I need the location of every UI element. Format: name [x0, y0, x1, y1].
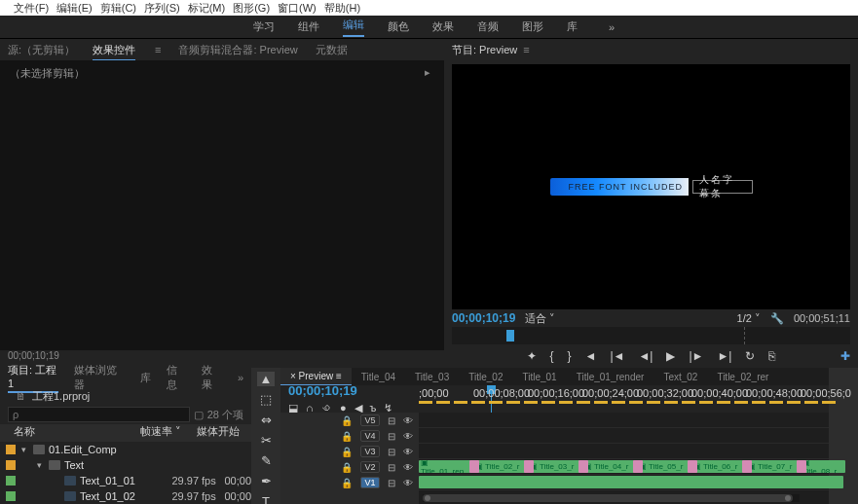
tool-button[interactable]: ✂ — [257, 433, 275, 448]
sequence-tab[interactable]: Title_01_render — [567, 368, 654, 385]
workspace-tab[interactable]: 库 — [567, 19, 578, 34]
transport-controls[interactable]: ✦{}◄|◄◄|▶|►►|↻⎘✚ — [444, 344, 858, 368]
source-panel-tab[interactable]: 元数据 — [316, 43, 348, 57]
track-id[interactable]: V3 — [360, 446, 380, 457]
tool-button[interactable]: T — [257, 494, 275, 504]
resolution-dropdown[interactable]: 1/2 ˅ — [737, 312, 761, 325]
transition-clip[interactable] — [469, 460, 479, 473]
video-clip[interactable]: ▣ Title_08_r — [801, 460, 845, 473]
source-panel-tab[interactable]: 源:（无剪辑） — [8, 43, 75, 57]
more-icon[interactable]: » — [609, 21, 615, 33]
transport-button[interactable]: ►| — [717, 349, 731, 363]
time-ruler[interactable]: ;00;0000;00;08;0000;00;16;0000;00;24;000… — [419, 385, 829, 413]
sequence-tab[interactable]: Title_01 — [512, 368, 566, 385]
eye-icon[interactable]: 👁 — [403, 447, 413, 457]
wrench-icon[interactable]: 🔧 — [770, 312, 784, 325]
track-lanes[interactable]: ▣ Title_01_ren▣ Title_02_r▣ Title_03_r▣ … — [419, 413, 829, 504]
track-lane[interactable] — [419, 428, 829, 444]
transport-button[interactable]: } — [568, 349, 572, 363]
track-lane[interactable] — [419, 413, 829, 428]
transition-clip[interactable] — [633, 460, 643, 473]
workspace-tab[interactable]: 学习 — [253, 19, 275, 34]
tool-button[interactable]: ⇔ — [257, 413, 275, 427]
track-header[interactable]: 🔒V4⊟👁 — [280, 428, 419, 444]
workspace-tabs[interactable]: 学习组件编辑颜色效果音频图形库» — [0, 16, 858, 39]
disclosure-triangle-icon[interactable]: ▾ — [37, 460, 47, 470]
source-tabs[interactable]: 源:（无剪辑）效果控件≡音频剪辑混合器: Preview元数据 — [0, 39, 444, 60]
lock-icon[interactable]: 🔒 — [341, 478, 353, 488]
sequence-tab[interactable]: Title_02 — [459, 368, 512, 385]
transition-clip[interactable] — [578, 460, 588, 473]
project-tree[interactable]: ▾01.Edit_Comp▾TextText_01_0129.97 fps00;… — [0, 442, 251, 504]
track-id[interactable]: V5 — [360, 414, 380, 426]
eye-icon[interactable]: 👁 — [403, 462, 413, 473]
workspace-tab[interactable]: 图形 — [522, 19, 543, 34]
transport-button[interactable]: |◄ — [610, 349, 624, 363]
back-icon[interactable]: 🗎 — [16, 390, 26, 402]
transport-button[interactable]: ⎘ — [768, 349, 775, 363]
tree-row[interactable]: ▾01.Edit_Comp — [0, 442, 251, 457]
program-timecode[interactable]: 00;00;10;19 — [452, 311, 515, 325]
track-header[interactable]: 🔒V5⊟👁 — [280, 413, 419, 428]
col-name[interactable]: 名称 — [14, 424, 140, 442]
project-columns-header[interactable]: 名称 帧速率 ˅ 媒体开始 — [0, 424, 251, 442]
video-clip[interactable]: ▣ Title_05_r — [637, 460, 690, 473]
program-scrub-bar[interactable] — [452, 327, 850, 344]
more-icon[interactable]: » — [238, 372, 243, 383]
transport-button[interactable]: ↻ — [745, 349, 755, 363]
video-clip[interactable]: ▣ Title_01_ren — [419, 460, 471, 473]
lock-icon[interactable]: 🔒 — [341, 462, 353, 473]
transition-clip[interactable] — [797, 460, 806, 473]
workspace-tab[interactable]: 效果 — [432, 19, 454, 34]
tool-button[interactable]: ✒ — [257, 474, 275, 488]
video-clip[interactable]: ▣ Title_04_r — [582, 460, 635, 473]
lock-icon[interactable]: 🔒 — [341, 447, 353, 457]
project-search-input[interactable] — [8, 407, 190, 422]
video-clip[interactable]: ▣ Title_02_r — [473, 460, 526, 473]
transport-button[interactable]: ◄ — [585, 349, 597, 363]
hamburger-icon[interactable]: ≡ — [523, 44, 529, 55]
col-start[interactable]: 媒体开始 — [197, 424, 251, 442]
track-lane[interactable] — [419, 444, 829, 459]
track-header[interactable]: 🔒V2⊟👁 — [280, 459, 419, 475]
disclosure-triangle-icon[interactable]: ▾ — [21, 445, 31, 454]
transition-clip[interactable] — [742, 460, 752, 473]
eye-icon[interactable]: 👁 — [403, 415, 413, 426]
menu-item[interactable]: 文件(F) — [10, 0, 53, 16]
sync-icon[interactable]: ⊟ — [388, 462, 395, 473]
workspace-tab[interactable]: 组件 — [298, 19, 319, 34]
project-file-row[interactable]: 🗎 工程1.prproj — [0, 387, 251, 405]
transition-clip[interactable] — [524, 460, 534, 473]
tool-button[interactable]: ▲ — [257, 372, 275, 386]
menu-item[interactable]: 帮助(H) — [320, 0, 364, 16]
tool-button[interactable]: ✎ — [257, 453, 275, 468]
tree-row[interactable]: Text_01_0229.97 fps00;00 — [0, 488, 251, 504]
lock-icon[interactable]: 🔒 — [341, 415, 353, 426]
workspace-tab[interactable]: 音频 — [477, 19, 499, 34]
transport-button[interactable]: { — [550, 349, 554, 363]
transport-button[interactable]: ◄| — [638, 349, 653, 363]
transport-button[interactable]: ▶ — [666, 349, 675, 363]
program-tab[interactable]: 节目: Preview ≡ — [444, 39, 858, 60]
scrollbar-thumb[interactable] — [423, 494, 793, 502]
menu-item[interactable]: 窗口(W) — [274, 0, 320, 16]
transport-button[interactable]: |► — [689, 349, 703, 363]
track-header[interactable]: 🔒V3⊟👁 — [280, 444, 419, 459]
workspace-tab[interactable]: 编辑 — [343, 18, 364, 37]
track-id[interactable]: V4 — [360, 430, 380, 442]
tree-row[interactable]: ▾Text — [0, 457, 251, 473]
lock-icon[interactable]: 🔒 — [341, 431, 353, 442]
menu-item[interactable]: 剪辑(C) — [96, 0, 140, 16]
eye-icon[interactable]: 👁 — [403, 431, 413, 442]
track-id[interactable]: V2 — [360, 461, 380, 473]
bin-icon[interactable]: ▢ — [194, 409, 204, 421]
menu-item[interactable]: 编辑(E) — [53, 0, 96, 16]
fit-dropdown[interactable]: 适合 ˅ — [525, 311, 555, 326]
sync-icon[interactable]: ⊟ — [388, 478, 395, 488]
playhead-marker[interactable] — [506, 330, 514, 342]
chevron-right-icon[interactable]: ▸ — [425, 66, 430, 79]
project-tabs[interactable]: 项目: 工程1媒体浏览器库信息效果» — [0, 368, 251, 387]
track-id[interactable]: V1 — [360, 477, 380, 488]
menu-item[interactable]: 序列(S) — [140, 0, 184, 16]
sequence-tab[interactable]: Text_02 — [653, 368, 707, 385]
